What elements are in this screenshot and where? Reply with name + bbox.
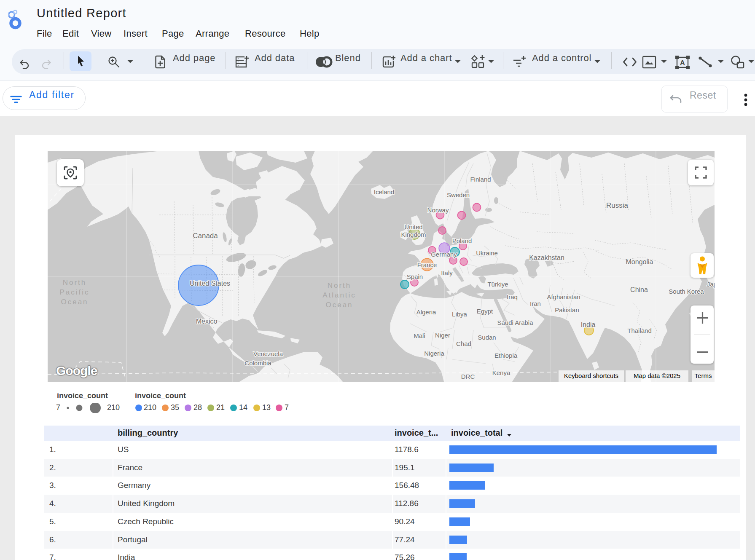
- svg-text:United States: United States: [190, 280, 230, 287]
- svg-text:Canada: Canada: [193, 232, 218, 240]
- svg-text:Russia: Russia: [606, 201, 629, 209]
- svg-text:United: United: [404, 223, 422, 230]
- svg-text:Germany: Germany: [431, 251, 457, 258]
- svg-text:Finland: Finland: [470, 176, 491, 183]
- svg-text:Chad: Chad: [456, 340, 471, 347]
- svg-text:A: A: [680, 59, 685, 67]
- svg-text:Pakistan: Pakistan: [555, 306, 579, 313]
- svg-text:South Korea: South Korea: [669, 288, 704, 295]
- svg-text:Colombia: Colombia: [245, 359, 271, 367]
- svg-text:Kazakhstan: Kazakhstan: [529, 254, 564, 261]
- svg-text:Japa: Japa: [707, 281, 715, 288]
- svg-text:Afghanistan: Afghanistan: [547, 293, 580, 300]
- svg-text:Sudan: Sudan: [478, 334, 496, 341]
- svg-text:Iran: Iran: [530, 300, 541, 307]
- svg-text:Spain: Spain: [407, 273, 423, 280]
- svg-text:Mali: Mali: [414, 332, 425, 339]
- svg-text:Norway: Norway: [427, 206, 449, 214]
- svg-text:North: North: [328, 281, 352, 289]
- svg-text:Niger: Niger: [435, 332, 450, 339]
- svg-text:Egypt: Egypt: [477, 308, 493, 315]
- svg-text:Mongolia: Mongolia: [626, 258, 653, 265]
- svg-text:Ethiopia: Ethiopia: [494, 352, 518, 359]
- svg-text:Thailand: Thailand: [627, 327, 652, 334]
- svg-text:India: India: [581, 321, 596, 328]
- svg-text:Pacific: Pacific: [59, 288, 89, 296]
- svg-text:North: North: [63, 279, 87, 287]
- svg-text:Iraq: Iraq: [507, 293, 518, 300]
- svg-text:Venezuela: Venezuela: [253, 350, 283, 357]
- svg-text:France: France: [417, 261, 437, 268]
- svg-text:Poland: Poland: [452, 237, 472, 244]
- svg-text:Ukraine: Ukraine: [476, 249, 498, 257]
- svg-text:Sweden: Sweden: [447, 191, 470, 198]
- svg-text:Italy: Italy: [441, 269, 453, 276]
- svg-text:Atlantic: Atlantic: [322, 291, 356, 299]
- svg-text:Mexico: Mexico: [196, 318, 218, 325]
- svg-text:Saudi Arabia: Saudi Arabia: [497, 319, 533, 326]
- svg-text:China: China: [630, 286, 648, 293]
- svg-text:Ocean: Ocean: [325, 301, 353, 309]
- svg-text:Nigeria: Nigeria: [424, 350, 444, 357]
- svg-text:Libya: Libya: [452, 311, 468, 318]
- svg-text:Kingdom: Kingdom: [401, 231, 426, 238]
- svg-text:Iceland: Iceland: [374, 188, 394, 196]
- svg-text:Türkiye: Türkiye: [487, 281, 508, 288]
- svg-text:Ocean: Ocean: [61, 298, 88, 306]
- svg-text:DRC: DRC: [461, 373, 475, 380]
- svg-text:Algeria: Algeria: [416, 308, 436, 316]
- svg-text:Kenya: Kenya: [492, 369, 510, 376]
